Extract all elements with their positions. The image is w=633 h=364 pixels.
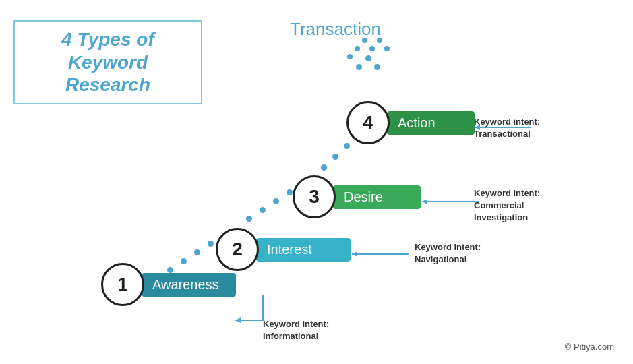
trail-dot [355,46,360,51]
trail-dot [246,216,252,222]
trail-dot [365,55,371,61]
arrow-3 [419,198,480,206]
trail-dot [273,198,279,204]
copyright: © Pitiya.com [565,342,614,352]
keyword-intent-4: Keyword intent: Transactional [474,116,540,140]
trail-dot [374,64,380,70]
step-3-circle: 3 [293,175,336,218]
trail-dot [181,258,187,264]
trail-dot [208,241,214,247]
trail-dot [356,64,362,70]
trail-dot [332,154,338,160]
step-4-circle: 4 [346,101,390,144]
step-1-circle: 1 [101,263,144,306]
svg-marker-3 [422,199,427,204]
step-2-badge: Interest [256,238,351,262]
trail-dot [321,164,327,171]
step-4-badge: Action [387,111,475,135]
trail-dot [194,249,200,255]
svg-marker-5 [352,251,357,257]
keyword-intent-3: Keyword intent: CommercialInvestigation [474,187,540,224]
svg-marker-6 [235,317,241,323]
trail-dot [347,54,353,59]
keyword-intent-1: Keyword intent: Informational [263,318,329,342]
trail-dot [362,38,367,43]
trail-dot [260,207,266,213]
step-1-badge: Awareness [142,273,236,297]
trail-dot [377,38,382,43]
keyword-intent-2: Keyword intent: Navigational [415,241,481,266]
trail-dot [287,189,293,195]
trail-dot [384,46,390,51]
transaction-label: Transaction [290,19,381,40]
arrow-2 [349,250,410,258]
step-3-badge: Desire [333,185,421,209]
title-text: 4 Types of Keyword Research [27,28,189,96]
step-2-circle: 2 [216,228,259,271]
trail-dot [167,267,173,273]
trail-dot [344,143,350,149]
trail-dot [369,46,375,51]
title-box: 4 Types of Keyword Research [13,20,202,104]
